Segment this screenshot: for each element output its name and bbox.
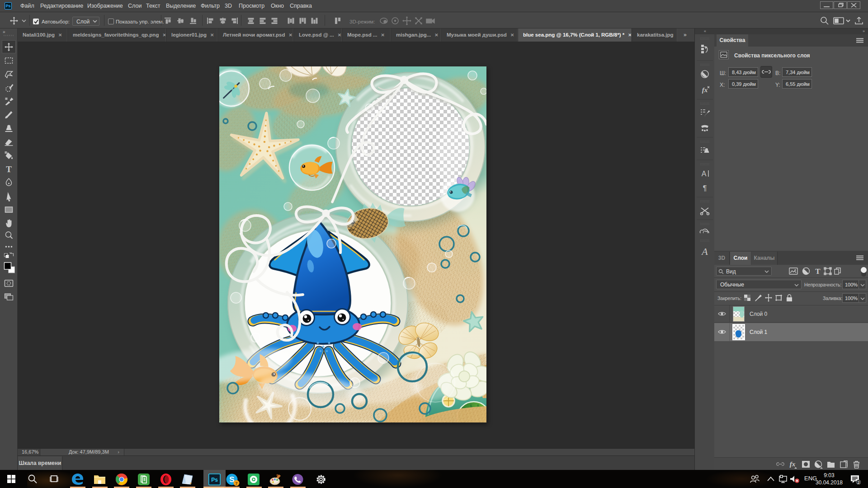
svg-text:Ps: Ps — [211, 477, 218, 483]
svg-text:A: A — [701, 246, 708, 257]
svg-text:T: T — [6, 164, 12, 174]
svg-text:fx: fx — [702, 86, 708, 94]
svg-text:7: 7 — [235, 481, 237, 486]
svg-text:fx: fx — [790, 460, 796, 468]
svg-text:¶: ¶ — [703, 184, 707, 192]
svg-text:2: 2 — [857, 480, 859, 485]
svg-text:T: T — [815, 267, 821, 275]
svg-text:A: A — [702, 170, 707, 178]
